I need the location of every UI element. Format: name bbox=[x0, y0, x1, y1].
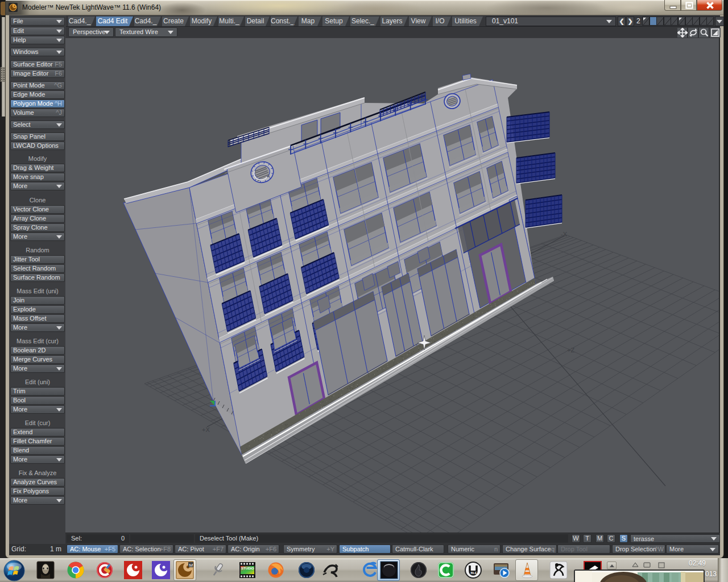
svg-text:BLE: BLE bbox=[471, 571, 477, 575]
svg-text:-X: -X bbox=[561, 231, 568, 238]
svg-text:STUDIO: STUDIO bbox=[241, 567, 254, 570]
svg-text:M: M bbox=[189, 563, 193, 568]
svg-text:+Z: +Z bbox=[567, 347, 574, 354]
svg-text:+X: +X bbox=[202, 426, 210, 433]
